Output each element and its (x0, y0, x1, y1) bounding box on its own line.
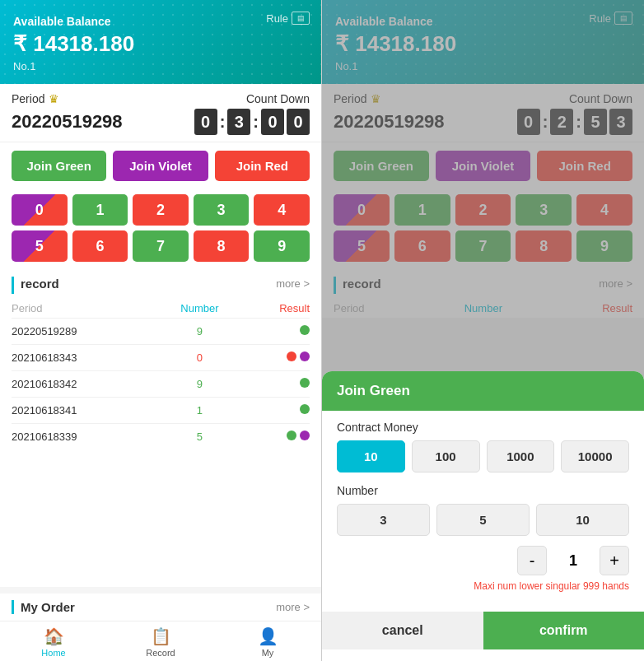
left-countdown: 0 : 3 : 0 0 (194, 109, 310, 135)
left-join-red[interactable]: Join Red (215, 151, 310, 181)
left-countdown-label: Count Down (246, 92, 310, 105)
left-rule-label: Rule (266, 12, 288, 25)
left-countdown-d2: 0 (261, 109, 284, 135)
left-balance-label: Available Balance (13, 15, 308, 28)
right-panel: Rule ▤ Available Balance ₹ 14318.180 No.… (322, 0, 644, 661)
contract-1000[interactable]: 1000 (487, 440, 555, 472)
cancel-button[interactable]: cancel (322, 612, 483, 649)
modal-header: Join Green (322, 371, 644, 411)
number-10[interactable]: 10 (536, 504, 629, 536)
join-modal: Join Green Contract Money 10 100 1000 10… (322, 371, 644, 661)
left-num-3[interactable]: 3 (194, 194, 250, 226)
left-bottom-nav: 🏠 Home 📋 Record 👤 My (0, 621, 321, 661)
table-row: 20210618343 0 (12, 345, 310, 371)
left-num-4[interactable]: 4 (254, 194, 310, 226)
contract-money-label: Contract Money (337, 421, 629, 434)
contract-100[interactable]: 100 (412, 440, 480, 472)
left-period-number: 20220519298 (12, 111, 123, 133)
table-row: 20220519289 9 (12, 319, 310, 345)
left-join-green[interactable]: Join Green (12, 151, 106, 181)
left-record-title: record (21, 277, 59, 291)
left-crown-icon: ♛ (49, 92, 59, 105)
number-3[interactable]: 3 (337, 504, 430, 536)
left-panel: Rule ▤ Available Balance ₹ 14318.180 No.… (0, 0, 322, 661)
modal-note: Maxi num lower singular 999 hands (337, 580, 629, 592)
left-col-result: Result (242, 299, 310, 319)
left-header: Rule ▤ Available Balance ₹ 14318.180 No.… (0, 0, 321, 84)
left-countdown-d0: 0 (194, 109, 217, 135)
table-row: 20210618341 1 (12, 398, 310, 424)
left-period-section: Period ♛ Count Down 20220519298 0 : 3 : … (0, 84, 321, 142)
left-no: No.1 (13, 60, 308, 72)
left-record-table: Period Number Result 20220519289 9 20210… (12, 299, 310, 449)
left-record-nav-label: Record (146, 648, 175, 658)
left-home-icon: 🏠 (44, 626, 64, 646)
table-row: 20210618342 9 (12, 371, 310, 398)
confirm-button[interactable]: confirm (483, 612, 645, 649)
left-number-grid: 0 1 2 3 4 5 6 7 8 9 (0, 189, 321, 270)
left-join-buttons: Join Green Join Violet Join Red (0, 142, 321, 189)
left-num-0[interactable]: 0 (12, 194, 68, 226)
quantity-row: - 1 + (337, 546, 629, 575)
modal-actions: cancel confirm (322, 612, 644, 649)
left-record-header: record more > (12, 277, 310, 294)
table-row: 20210618339 5 (12, 424, 310, 450)
left-rule-button[interactable]: Rule ▤ (266, 12, 310, 25)
number-5[interactable]: 5 (436, 504, 530, 536)
left-num-5[interactable]: 5 (12, 230, 68, 262)
left-nav-record[interactable]: 📋 Record (107, 626, 214, 658)
left-record-more[interactable]: more > (276, 277, 310, 290)
contract-10000[interactable]: 10000 (561, 440, 629, 472)
left-nav-my[interactable]: 👤 My (214, 626, 321, 658)
left-period-label: Period ♛ (12, 92, 59, 105)
left-num-2[interactable]: 2 (133, 194, 189, 226)
left-my-order: My Order more > (0, 587, 321, 621)
left-my-order-title: My Order (21, 600, 75, 614)
left-balance-amount: ₹ 14318.180 (13, 31, 308, 57)
modal-title: Join Green (337, 383, 410, 398)
modal-body: Contract Money 10 100 1000 10000 Number … (322, 411, 644, 612)
left-my-icon: 👤 (258, 626, 278, 646)
quantity-value: 1 (557, 552, 590, 570)
left-num-6[interactable]: 6 (72, 230, 128, 262)
left-num-8[interactable]: 8 (194, 230, 250, 262)
contract-10[interactable]: 10 (337, 440, 405, 472)
left-num-9[interactable]: 9 (254, 230, 310, 262)
left-num-7[interactable]: 7 (133, 230, 189, 262)
left-col-number: Number (157, 299, 242, 319)
left-rule-icon: ▤ (292, 12, 310, 25)
quantity-plus[interactable]: + (600, 546, 629, 575)
left-record-icon: 📋 (151, 626, 171, 646)
left-record-section: record more > Period Number Result 20220… (0, 270, 321, 587)
left-num-1[interactable]: 1 (72, 194, 128, 226)
left-home-label: Home (41, 648, 65, 658)
contract-options: 10 100 1000 10000 (337, 440, 629, 472)
left-countdown-d1: 3 (227, 109, 250, 135)
left-my-label: My (262, 648, 274, 658)
left-countdown-d3: 0 (287, 109, 310, 135)
number-options: 3 5 10 (337, 504, 629, 536)
left-my-order-more[interactable]: more > (276, 601, 310, 613)
left-nav-home[interactable]: 🏠 Home (0, 626, 107, 658)
left-join-violet[interactable]: Join Violet (113, 151, 208, 181)
left-col-period: Period (12, 299, 157, 319)
quantity-minus[interactable]: - (517, 546, 547, 575)
number-label: Number (337, 484, 629, 497)
